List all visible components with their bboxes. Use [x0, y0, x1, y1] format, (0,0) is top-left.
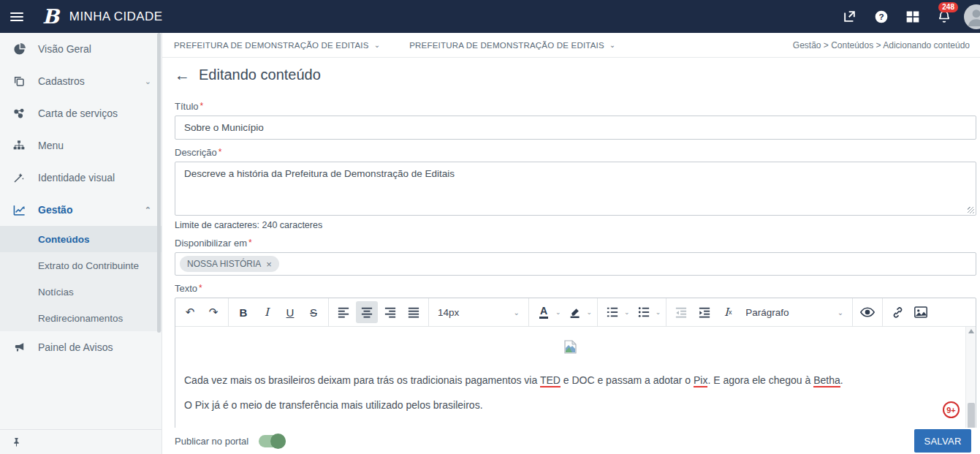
- menu-toggle-button[interactable]: [0, 0, 34, 33]
- titulo-label: Título*: [175, 101, 965, 112]
- bullet-list-button[interactable]: [633, 301, 655, 323]
- align-right-icon: [384, 306, 396, 318]
- justify-button[interactable]: [403, 301, 425, 323]
- chevron-down-icon: ⌄: [609, 41, 616, 49]
- entity-selector-left[interactable]: PREFEITURA DE DEMONSTRAÇÃO DE EDITAIS ⌄: [174, 41, 380, 50]
- editor-content-area[interactable]: Cada vez mais os brasileiros deixam para…: [175, 327, 976, 435]
- breadcrumb[interactable]: Gestão > Conteúdos > Adicionando conteúd…: [793, 40, 970, 50]
- share-nodes-icon: [12, 107, 26, 120]
- block-format-select[interactable]: Parágrafo ⌄: [740, 301, 849, 323]
- sidebar-item-painel-de-avisos[interactable]: Painel de Avisos: [0, 331, 162, 363]
- sidebar-scrollbar[interactable]: [157, 33, 161, 454]
- align-center-button[interactable]: [356, 301, 378, 323]
- spellcheck-word: Pix: [694, 374, 707, 387]
- entity-selector-right[interactable]: PREFEITURA DE DEMONSTRAÇÃO DE EDITAIS ⌄: [409, 41, 615, 50]
- indent-button[interactable]: [694, 301, 715, 323]
- sitemap-icon: [12, 140, 26, 151]
- editor-paragraph-1: Cada vez mais os brasileiros deixam para…: [184, 373, 957, 387]
- help-button[interactable]: ?: [865, 0, 897, 33]
- sidebar-item-label: Cadastros: [38, 75, 85, 87]
- ordered-list-button[interactable]: [601, 301, 623, 323]
- outdent-icon: [675, 306, 687, 318]
- scroll-up-arrow[interactable]: [968, 329, 974, 333]
- chevron-down-icon[interactable]: ⌄: [656, 309, 661, 316]
- descricao-textarea[interactable]: Descreve a história da Prefeitura de Dem…: [175, 162, 976, 216]
- apps-button[interactable]: [897, 0, 928, 33]
- apps-grid-icon: [905, 10, 920, 24]
- spellcheck-word: TED: [540, 374, 561, 387]
- indent-icon: [699, 306, 710, 318]
- sidebar-subitem-redirecionamentos[interactable]: Redirecionamentos: [0, 305, 162, 331]
- external-link-button[interactable]: [834, 0, 865, 33]
- align-right-button[interactable]: [379, 301, 401, 323]
- feedback-counter-badge[interactable]: 9+: [943, 401, 960, 418]
- editor-paragraph-2: O Pix já é o meio de transferência mais …: [184, 398, 957, 412]
- eye-icon: [860, 306, 875, 318]
- italic-button[interactable]: I: [256, 301, 278, 323]
- betha-logo[interactable]: B: [42, 5, 59, 28]
- editor-scrollbar[interactable]: [965, 327, 976, 435]
- external-link-icon: [843, 10, 856, 23]
- context-bar: PREFEITURA DE DEMONSTRAÇÃO DE EDITAIS ⌄ …: [162, 33, 980, 58]
- underline-button[interactable]: U: [279, 301, 301, 323]
- required-asterisk: *: [200, 101, 204, 111]
- chip-label: NOSSA HISTÓRIA: [187, 259, 261, 269]
- broken-image-placeholder[interactable]: [184, 340, 957, 354]
- sidebar-item-identidade-visual[interactable]: Identidade visual: [0, 162, 162, 194]
- redo-button[interactable]: ↷: [202, 301, 224, 323]
- help-icon: ?: [874, 10, 889, 24]
- chevron-down-icon: ⌄: [837, 309, 843, 317]
- highlight-color-button[interactable]: [564, 301, 586, 323]
- publish-toggle[interactable]: [259, 435, 286, 447]
- sidebar-item-label: Menu: [38, 140, 64, 151]
- chevron-down-icon[interactable]: ⌄: [587, 309, 593, 316]
- editor-toolbar: ↶ ↷ B I U S: [175, 298, 976, 327]
- sidebar-subitem-noticias[interactable]: Notícias: [0, 279, 162, 305]
- page-title: Editando conteúdo: [199, 67, 321, 83]
- text-color-button[interactable]: A: [533, 301, 555, 323]
- chip-remove-icon[interactable]: ×: [266, 260, 272, 269]
- sidebar-item-label: Visão Geral: [38, 43, 91, 55]
- back-button[interactable]: ←: [175, 67, 190, 83]
- magic-wand-icon: [12, 172, 26, 184]
- align-left-button[interactable]: [333, 301, 354, 323]
- sidebar-subitem-label: Notícias: [38, 287, 74, 298]
- undo-button[interactable]: ↶: [179, 301, 201, 323]
- insert-link-button[interactable]: [886, 301, 908, 323]
- resize-grip[interactable]: [968, 207, 974, 213]
- bold-button[interactable]: B: [232, 301, 254, 323]
- hamburger-icon: [10, 12, 23, 21]
- preview-button[interactable]: [856, 301, 878, 323]
- sidebar-item-cadastros[interactable]: Cadastros ⌄: [0, 65, 162, 97]
- chevron-down-icon[interactable]: ⌄: [624, 309, 630, 316]
- outdent-button[interactable]: [670, 301, 692, 323]
- required-asterisk: *: [219, 147, 222, 157]
- main-content: ← Editando conteúdo Título* Descrição* D…: [162, 58, 980, 454]
- user-avatar[interactable]: [964, 4, 980, 29]
- insert-image-button[interactable]: [910, 301, 932, 323]
- rich-text-editor: ↶ ↷ B I U S: [175, 298, 976, 436]
- disponibilizar-multiselect[interactable]: NOSSA HISTÓRIA ×: [175, 252, 976, 276]
- pin-icon[interactable]: [12, 436, 21, 447]
- clear-formatting-button[interactable]: Ix: [717, 301, 739, 323]
- align-left-icon: [338, 306, 349, 318]
- texto-label: Texto*: [175, 283, 965, 294]
- sidebar-item-carta-de-servicos[interactable]: Carta de serviços: [0, 97, 162, 129]
- chevron-up-icon: ⌃: [145, 205, 151, 215]
- chevron-down-icon[interactable]: ⌄: [555, 309, 561, 316]
- notifications-button[interactable]: 248: [928, 0, 960, 33]
- sidebar-subitem-extrato-do-contribuinte[interactable]: Extrato do Contribuinte: [0, 252, 162, 279]
- sidebar-item-visao-geral[interactable]: Visão Geral: [0, 33, 162, 65]
- save-button[interactable]: SALVAR: [914, 429, 971, 453]
- sidebar-subitem-conteudos[interactable]: Conteúdos: [0, 226, 162, 252]
- font-size-select[interactable]: 14px ⌄: [432, 301, 525, 323]
- notification-badge: 248: [938, 2, 958, 12]
- sidebar-item-menu[interactable]: Menu: [0, 129, 162, 162]
- footer-bar: Publicar no portal SALVAR: [162, 428, 980, 454]
- titulo-input[interactable]: [175, 116, 976, 140]
- sidebar-item-label: Gestão: [38, 204, 72, 216]
- strikethrough-button[interactable]: S: [303, 301, 324, 323]
- sidebar-item-gestao[interactable]: Gestão ⌃: [0, 194, 162, 226]
- chevron-down-icon: ⌄: [514, 309, 520, 317]
- chevron-down-icon: ⌄: [374, 41, 381, 49]
